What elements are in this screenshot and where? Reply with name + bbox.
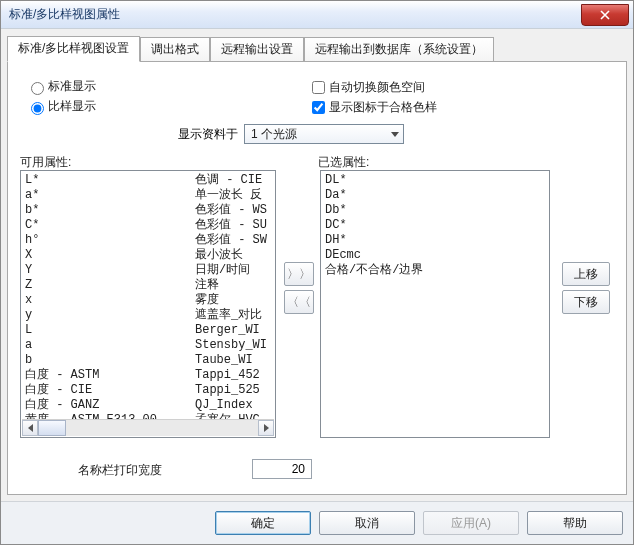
list-item[interactable]: Stensby_WI [195,338,267,353]
list-item[interactable]: a* [25,188,195,203]
check-row-autocolor[interactable]: 自动切换颜色空间 [308,78,425,97]
list-item[interactable]: 日期/时间 [195,263,267,278]
dialog-footer: 确定 取消 应用(A) 帮助 [1,501,633,544]
list-item[interactable]: Db* [325,203,545,218]
cancel-button[interactable]: 取消 [319,511,415,535]
list-item[interactable]: DEcmc [325,248,545,263]
list-item[interactable]: Tappi_525 [195,383,267,398]
tab-remote-db[interactable]: 远程输出到数据库（系统设置） [304,37,494,62]
compare-display-radio[interactable] [31,102,44,115]
tab-view-settings[interactable]: 标准/多比样视图设置 [7,36,140,62]
list-item[interactable]: 白度 - ASTM [25,368,195,383]
list-item[interactable]: b [25,353,195,368]
dialog-window: 标准/多比样视图属性 标准/多比样视图设置 调出格式 远程输出设置 远程输出到数… [0,0,634,545]
list-item[interactable]: 遮盖率_对比 [195,308,267,323]
list-item[interactable]: DL* [325,173,545,188]
list-item[interactable]: Y [25,263,195,278]
radio-row-compare[interactable]: 比样显示 [26,98,96,115]
list-item[interactable]: Tappi_452 [195,368,267,383]
available-label: 可用属性: [20,154,71,171]
compare-display-label: 比样显示 [48,98,96,115]
list-item[interactable]: 色调 - CIE [195,173,267,188]
scroll-right-icon[interactable] [258,420,274,436]
tab-remote-output[interactable]: 远程输出设置 [210,37,304,62]
list-item[interactable]: 雾度 [195,293,267,308]
show-data-row: 显示资料于 1 个光源 [178,124,404,144]
list-item[interactable]: 合格/不合格/边界 [325,263,545,278]
auto-color-checkbox[interactable] [312,81,325,94]
list-item[interactable]: 注释 [195,278,267,293]
window-title: 标准/多比样视图属性 [9,6,120,23]
tab-panel: 标准显示 比样显示 自动切换颜色空间 显示图标于合格色样 显示资料于 1 个光源… [7,61,627,495]
scroll-left-icon[interactable] [22,420,38,436]
list-item[interactable]: h° [25,233,195,248]
list-item[interactable]: 色彩值 - WS [195,203,267,218]
add-to-selected-button[interactable]: 〉〉 [284,262,314,286]
list-item[interactable]: QJ_Index [195,398,267,413]
light-source-value: 1 个光源 [251,126,297,143]
list-item[interactable]: L* [25,173,195,188]
titlebar: 标准/多比样视图属性 [1,1,633,29]
list-item[interactable]: b* [25,203,195,218]
tab-row: 标准/多比样视图设置 调出格式 远程输出设置 远程输出到数据库（系统设置） [1,29,633,61]
list-item[interactable]: DH* [325,233,545,248]
list-item[interactable]: Da* [325,188,545,203]
standard-display-label: 标准显示 [48,78,96,95]
print-width-input[interactable] [252,459,312,479]
move-down-button[interactable]: 下移 [562,290,610,314]
scroll-thumb[interactable] [38,420,66,436]
ok-button[interactable]: 确定 [215,511,311,535]
available-hscrollbar[interactable] [22,419,274,436]
remove-from-selected-button[interactable]: 〈〈 [284,290,314,314]
list-item[interactable]: 色彩值 - SW [195,233,267,248]
radio-row-standard[interactable]: 标准显示 [26,78,96,95]
light-source-select[interactable]: 1 个光源 [244,124,404,144]
standard-display-radio[interactable] [31,82,44,95]
pass-icon-checkbox[interactable] [312,101,325,114]
list-item[interactable]: X [25,248,195,263]
move-up-button[interactable]: 上移 [562,262,610,286]
available-listbox[interactable]: L*a*b*C*h°XYZxyLab白度 - ASTM白度 - CIE白度 - … [20,170,276,438]
apply-button[interactable]: 应用(A) [423,511,519,535]
list-item[interactable]: y [25,308,195,323]
check-row-passicon[interactable]: 显示图标于合格色样 [308,98,437,117]
show-data-label: 显示资料于 [178,126,238,143]
auto-color-label: 自动切换颜色空间 [329,79,425,96]
list-item[interactable]: 最小波长 [195,248,267,263]
selected-label: 已选属性: [318,154,369,171]
list-item[interactable]: Taube_WI [195,353,267,368]
list-item[interactable]: a [25,338,195,353]
list-item[interactable]: C* [25,218,195,233]
chevron-down-icon [391,132,399,137]
list-item[interactable]: Z [25,278,195,293]
list-item[interactable]: 色彩值 - SU [195,218,267,233]
help-button[interactable]: 帮助 [527,511,623,535]
list-item[interactable]: 白度 - CIE [25,383,195,398]
list-item[interactable]: L [25,323,195,338]
close-icon[interactable] [581,4,629,26]
list-item[interactable]: x [25,293,195,308]
list-item[interactable]: Berger_WI [195,323,267,338]
print-width-label: 名称栏打印宽度 [78,462,162,479]
list-item[interactable]: DC* [325,218,545,233]
pass-icon-label: 显示图标于合格色样 [329,99,437,116]
list-item[interactable]: 白度 - GANZ [25,398,195,413]
tab-export-format[interactable]: 调出格式 [140,37,210,62]
selected-listbox[interactable]: DL*Da*Db*DC*DH*DEcmc合格/不合格/边界 [320,170,550,438]
list-item[interactable]: 单一波长 反 [195,188,267,203]
